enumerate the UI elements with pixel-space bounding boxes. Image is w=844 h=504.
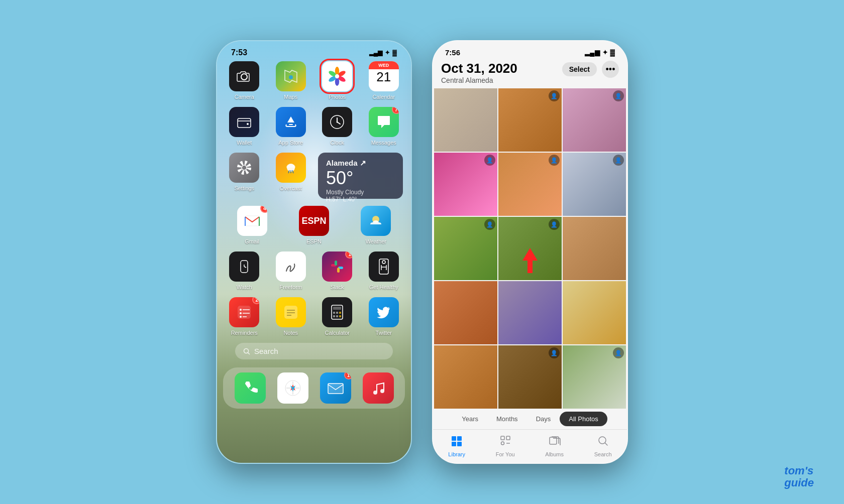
search-bar[interactable]: Search: [235, 343, 393, 359]
app-twitter[interactable]: Twitter: [365, 297, 403, 336]
photos-icon: [322, 61, 352, 91]
app-freeform[interactable]: Freeform: [272, 251, 310, 290]
svg-rect-28: [379, 259, 388, 274]
more-button[interactable]: •••: [602, 61, 619, 78]
app-overcast[interactable]: Overcast: [272, 153, 310, 191]
app-watch[interactable]: Watch: [225, 251, 264, 290]
photo-cell[interactable]: 👤: [498, 217, 562, 280]
wallet-label: Wallet: [237, 140, 252, 146]
reminders-badge: 2: [252, 297, 259, 304]
seg-months[interactable]: Months: [487, 412, 527, 426]
people-icon: 👤: [549, 155, 560, 166]
status-icons-1: ▂▄▆ ✦ ▓: [369, 49, 397, 56]
iphone-photos: 7:56 ▂▄▆ ✦ ▓ Oct 31, 2020 Central Alamed…: [432, 40, 628, 464]
app-gmail[interactable]: 4 Gmail: [225, 206, 279, 244]
notes-icon: [276, 297, 306, 327]
photo-placeholder: [434, 281, 497, 344]
svg-point-33: [240, 312, 242, 314]
svg-marker-60: [522, 248, 538, 273]
svg-point-9: [335, 74, 339, 78]
weather-desc: Mostly Cloudy: [326, 189, 395, 196]
dock-safari[interactable]: [274, 372, 311, 404]
photo-cell[interactable]: 👤: [563, 153, 626, 216]
photo-cell[interactable]: 👤: [498, 88, 562, 152]
app-wallet[interactable]: Wallet: [225, 107, 264, 146]
photos-location: Central Alameda: [441, 76, 517, 84]
photo-cell[interactable]: [434, 345, 497, 409]
app-calculator[interactable]: Calculator: [318, 297, 357, 336]
seg-years[interactable]: Years: [453, 412, 487, 426]
app-calendar[interactable]: WED 21 Calendar: [365, 61, 403, 100]
tab-library[interactable]: Library: [448, 435, 465, 457]
app-settings[interactable]: Settings: [225, 153, 264, 191]
app-camera[interactable]: Camera: [225, 61, 264, 100]
photo-placeholder: 👤: [498, 345, 562, 409]
espn-label: ESPN: [306, 238, 322, 244]
calendar-day-label: WED: [369, 61, 399, 69]
photos-status-icons: ▂▄▆ ✦ ▓: [585, 49, 615, 56]
search-label: Search: [254, 347, 278, 355]
app-grid-row6: 2 Reminders Notes: [225, 297, 403, 336]
photo-placeholder: [563, 217, 626, 280]
tab-search[interactable]: Search: [594, 435, 612, 457]
photo-cell[interactable]: [434, 281, 497, 344]
search-icon: [243, 348, 250, 355]
svg-point-2: [289, 75, 293, 79]
tab-albums[interactable]: Albums: [545, 435, 564, 457]
photo-cell[interactable]: 👤: [498, 345, 562, 409]
app-photos[interactable]: Photos: [318, 61, 357, 100]
photo-grid: 👤 👤 👤: [433, 88, 627, 409]
dock-phone[interactable]: [231, 372, 269, 404]
svg-rect-47: [336, 315, 338, 317]
seg-allphotos[interactable]: All Photos: [560, 412, 607, 426]
people-icon: 👤: [549, 219, 560, 230]
music-icon: [363, 372, 394, 404]
photo-placeholder: 👤: [434, 153, 497, 216]
albums-icon: [549, 435, 561, 450]
app-clock[interactable]: Clock: [318, 107, 357, 146]
app-espn[interactable]: ESPN ESPN: [287, 206, 341, 244]
photo-cell[interactable]: [563, 217, 626, 280]
photo-cell[interactable]: [434, 88, 497, 152]
photo-placeholder: [434, 88, 497, 152]
photo-cell[interactable]: 👤: [434, 153, 497, 216]
svg-rect-65: [501, 436, 504, 440]
tab-library-label: Library: [448, 451, 465, 457]
app-grid-row2: Wallet App Store: [225, 107, 403, 146]
photo-cell[interactable]: 👤: [563, 345, 626, 409]
photo-cell[interactable]: 👤: [563, 88, 626, 152]
app-weather[interactable]: Weather: [349, 206, 403, 244]
more-icon: •••: [606, 64, 615, 75]
select-button[interactable]: Select: [562, 62, 597, 76]
messages-icon: 7: [369, 107, 399, 137]
notes-label: Notes: [283, 330, 298, 336]
people-icon: 👤: [484, 219, 495, 230]
svg-rect-27: [337, 268, 340, 273]
overcast-icon: [276, 153, 306, 183]
tab-foryou[interactable]: For You: [496, 435, 515, 457]
photo-placeholder: 👤: [434, 217, 497, 280]
photo-cell[interactable]: 👤: [434, 217, 497, 280]
app-notes[interactable]: Notes: [272, 297, 310, 336]
app-gethealthy[interactable]: Get Healthy: [365, 251, 403, 290]
photo-placeholder: [563, 281, 626, 344]
clock-label: Clock: [330, 140, 344, 146]
app-maps[interactable]: Maps: [272, 61, 310, 100]
app-appstore[interactable]: App Store: [272, 107, 310, 146]
app-reminders[interactable]: 2 Reminders: [225, 297, 264, 336]
photo-cell[interactable]: 👤: [498, 153, 562, 216]
freeform-icon: [276, 251, 306, 282]
photo-cell[interactable]: [498, 281, 562, 344]
seg-days[interactable]: Days: [527, 412, 560, 426]
app-slack[interactable]: 1 Slack: [318, 251, 357, 290]
svg-rect-61: [452, 436, 456, 441]
weather-location: Alameda ↗: [326, 159, 395, 168]
app-grid-row3: Settings Overcast Alameda: [225, 153, 403, 199]
iphone1-body: 7:53 ▂▄▆ ✦ ▓: [216, 40, 412, 464]
svg-point-11: [247, 123, 249, 125]
app-messages[interactable]: 7 Messages: [365, 107, 403, 146]
dock-music[interactable]: [359, 372, 397, 404]
people-icon: 👤: [549, 90, 560, 101]
photo-cell[interactable]: [563, 281, 626, 344]
dock-mail[interactable]: 1: [316, 372, 354, 404]
